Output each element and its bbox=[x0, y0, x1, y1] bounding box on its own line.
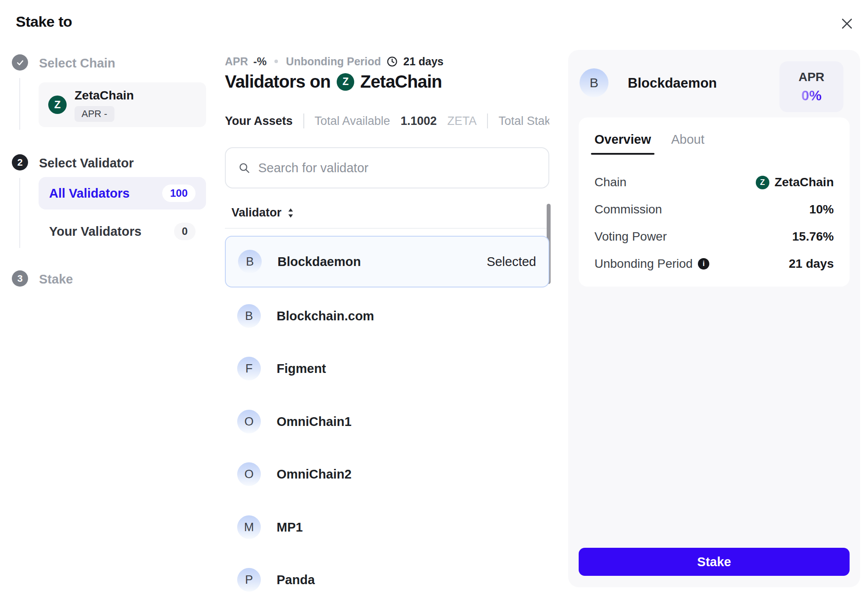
selected-chain-card[interactable]: Z ZetaChain APR - bbox=[39, 82, 206, 127]
detail-avatar: B bbox=[580, 68, 608, 97]
unbonding-value: 21 days bbox=[789, 257, 834, 271]
validator-avatar: P bbox=[237, 568, 261, 592]
meta-unbonding-label: Unbonding Period bbox=[286, 55, 381, 68]
voting-power-value: 15.76% bbox=[792, 230, 834, 244]
detail-apr-value: 0% bbox=[801, 88, 822, 104]
info-icon[interactable]: i bbox=[698, 258, 709, 270]
check-icon bbox=[16, 58, 25, 67]
validator-avatar: O bbox=[237, 462, 261, 486]
validator-row-blockchain-com[interactable]: B Blockchain.com bbox=[225, 289, 549, 343]
search-input[interactable] bbox=[258, 161, 536, 175]
meta-apr-label: APR bbox=[225, 55, 248, 68]
validator-column-label: Validator bbox=[231, 206, 281, 220]
page-title-chain: ZetaChain bbox=[360, 72, 442, 92]
divider bbox=[487, 114, 488, 128]
filter-all-validators[interactable]: All Validators 100 bbox=[39, 177, 206, 209]
validator-name: MP1 bbox=[277, 520, 303, 535]
detail-apr-card: APR 0% bbox=[779, 61, 843, 112]
your-validators-count-badge: 0 bbox=[174, 223, 196, 240]
divider bbox=[303, 114, 304, 128]
meta-unbonding-value: 21 days bbox=[403, 55, 444, 68]
validator-name: Blockdaemon bbox=[277, 255, 361, 269]
close-button[interactable] bbox=[836, 12, 858, 35]
detail-row-commission: Commission 10% bbox=[594, 196, 834, 223]
tab-about[interactable]: About bbox=[671, 132, 704, 155]
step3-number: 3 bbox=[17, 273, 22, 284]
list-divider bbox=[225, 228, 549, 229]
step3-indicator: 3 bbox=[12, 270, 28, 287]
step2-indicator: 2 bbox=[12, 154, 28, 170]
validator-avatar: F bbox=[237, 357, 261, 380]
page-title-prefix: Validators on bbox=[225, 72, 331, 92]
validator-name: OmniChain1 bbox=[277, 415, 352, 429]
filter-your-validators-label: Your Validators bbox=[49, 224, 174, 239]
total-available-label: Total Available bbox=[315, 114, 390, 128]
tab-overview[interactable]: Overview bbox=[594, 132, 651, 155]
your-assets-label: Your Assets bbox=[225, 114, 293, 128]
page-title: Validators on Z ZetaChain bbox=[225, 72, 442, 92]
validator-detail-panel: B Blockdaemon APR 0% Overview About Chai… bbox=[568, 50, 860, 587]
validator-search bbox=[225, 147, 549, 188]
clock-icon bbox=[386, 56, 398, 67]
unbonding-label: Unbonding Period bbox=[594, 257, 693, 271]
chain-name: ZetaChain bbox=[75, 89, 134, 103]
total-available-unit: ZETA bbox=[447, 114, 477, 128]
total-staked-label: Total Stak bbox=[498, 114, 549, 128]
step1-indicator bbox=[12, 54, 28, 71]
chain-meta-row: APR -% Unbonding Period 21 days bbox=[225, 53, 444, 69]
validator-row-figment[interactable]: F Figment bbox=[225, 342, 549, 395]
detail-row-chain: Chain Z ZetaChain bbox=[594, 169, 834, 196]
step3-label: Stake bbox=[39, 272, 73, 287]
selected-badge: Selected bbox=[487, 255, 536, 269]
total-available-value: 1.1002 bbox=[401, 114, 437, 128]
validator-row-mp1[interactable]: M MP1 bbox=[225, 500, 549, 554]
stake-button[interactable]: Stake bbox=[579, 548, 850, 576]
close-icon bbox=[840, 16, 854, 31]
detail-row-voting-power: Voting Power 15.76% bbox=[594, 223, 834, 250]
chain-value: ZetaChain bbox=[775, 175, 834, 189]
all-validators-count-badge: 100 bbox=[162, 184, 196, 202]
step1-label: Select Chain bbox=[39, 56, 115, 71]
step2-label: Select Validator bbox=[39, 156, 134, 170]
filter-all-validators-label: All Validators bbox=[49, 186, 162, 201]
validator-name: Blockchain.com bbox=[277, 309, 374, 323]
search-icon bbox=[238, 162, 250, 174]
detail-apr-label: APR bbox=[798, 70, 824, 84]
assets-summary: Your Assets Total Available 1.1002 ZETA … bbox=[225, 112, 549, 130]
chain-label: Chain bbox=[594, 175, 626, 189]
detail-tabs: Overview About bbox=[594, 132, 834, 155]
zetachain-icon: Z bbox=[48, 96, 67, 114]
meta-apr-value: -% bbox=[253, 55, 267, 68]
chain-apr-chip: APR - bbox=[75, 106, 114, 122]
step-connector bbox=[19, 178, 20, 248]
validator-avatar: B bbox=[237, 304, 261, 328]
validator-name: Figment bbox=[277, 362, 326, 376]
detail-validator-name: Blockdaemon bbox=[628, 75, 717, 91]
validator-name: Panda bbox=[277, 573, 315, 587]
validator-row-blockdaemon[interactable]: B Blockdaemon Selected bbox=[225, 236, 549, 287]
validator-avatar: M bbox=[237, 515, 261, 539]
step-connector bbox=[19, 78, 20, 130]
validator-row-omnichain1[interactable]: O OmniChain1 bbox=[225, 395, 549, 448]
voting-power-label: Voting Power bbox=[594, 230, 667, 244]
validator-name: OmniChain2 bbox=[277, 467, 352, 482]
validator-row-panda[interactable]: P Panda bbox=[225, 553, 549, 603]
filter-your-validators[interactable]: Your Validators 0 bbox=[39, 217, 206, 245]
dot-separator bbox=[274, 60, 278, 63]
step2-number: 2 bbox=[17, 157, 22, 168]
detail-row-unbonding: Unbonding Period i 21 days bbox=[594, 250, 834, 277]
commission-label: Commission bbox=[594, 202, 662, 216]
detail-card: Overview About Chain Z ZetaChain Commiss… bbox=[579, 117, 850, 287]
modal-title: Stake to bbox=[16, 13, 72, 30]
validator-avatar: B bbox=[238, 250, 262, 273]
zetachain-icon: Z bbox=[756, 176, 769, 189]
commission-value: 10% bbox=[809, 202, 834, 216]
validator-row-omnichain2[interactable]: O OmniChain2 bbox=[225, 447, 549, 501]
validator-avatar: O bbox=[237, 410, 261, 433]
sort-icon bbox=[288, 208, 294, 218]
validator-sort-header[interactable]: Validator bbox=[231, 206, 294, 220]
zetachain-icon: Z bbox=[337, 73, 354, 91]
